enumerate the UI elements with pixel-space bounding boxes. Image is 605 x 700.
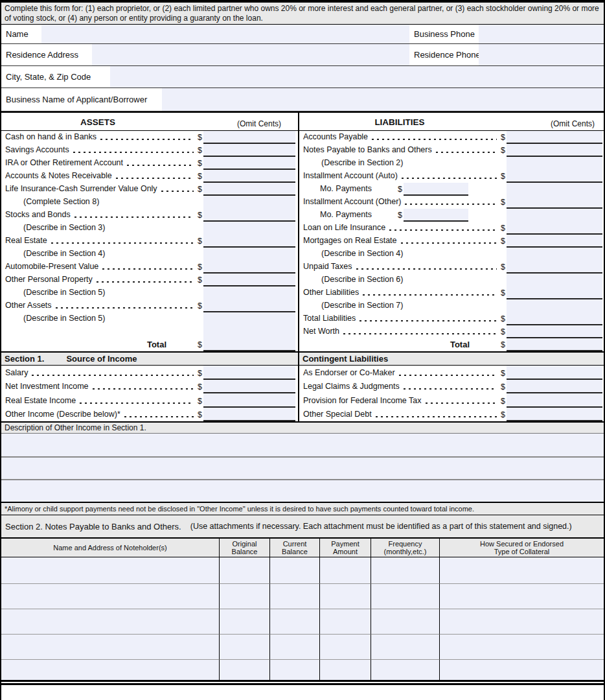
mo-payments-input[interactable] [404, 183, 468, 196]
business-name-row: Business Name of Applicant/Borrower [1, 88, 604, 111]
mortgages-on-real-estate-input[interactable] [507, 235, 602, 248]
residence-phone-input[interactable] [479, 44, 604, 65]
unpaid-taxes-input[interactable] [507, 261, 602, 274]
noteholder-row-5-cell-6[interactable] [440, 660, 604, 680]
noteholder-row-1-cell-4[interactable] [320, 557, 371, 584]
col-header-frequency: Frequency(monthly,etc.) [371, 539, 440, 557]
installment-account-auto-input[interactable] [507, 170, 602, 183]
mo-payments-row: Mo. Payments$ [299, 209, 604, 222]
other-liabilities-label: Other Liabilities [299, 288, 359, 299]
noteholder-row-3-cell-4[interactable] [320, 609, 371, 635]
noteholder-row-3-cell-6[interactable] [440, 609, 604, 635]
dollar-sign: $ [501, 172, 505, 183]
net-worth-input[interactable] [507, 325, 602, 338]
amount-field-continuation[interactable] [203, 286, 295, 299]
noteholder-row-3-cell-2[interactable] [220, 609, 270, 635]
noteholder-row-4-cell-2[interactable] [220, 635, 270, 660]
noteholder-row-5-cell-3[interactable] [270, 660, 320, 680]
total-liabilities-input[interactable] [507, 312, 602, 325]
city-state-zip-row: City, State, & Zip Code [1, 66, 604, 88]
name-input[interactable] [41, 25, 409, 43]
noteholder-row-1-cell-3[interactable] [270, 557, 320, 584]
other-income-line-3[interactable] [1, 479, 604, 502]
noteholder-row-3-cell-3[interactable] [270, 609, 320, 635]
legal-claims-judgments-label: Legal Claims & Judgments [299, 382, 400, 393]
noteholder-row-5-cell-2[interactable] [220, 660, 270, 680]
real-estate-income-input[interactable] [203, 393, 295, 408]
section1-contingent-section: Section 1. Source of Income Salary$Net I… [1, 351, 604, 423]
amount-field-continuation[interactable] [507, 157, 602, 170]
cash-on-hand-in-banks-input[interactable] [203, 131, 295, 144]
real-estate-input[interactable] [203, 235, 295, 248]
noteholder-row-4-cell-3[interactable] [270, 635, 320, 660]
residence-address-label: Residence Address [1, 44, 92, 65]
business-phone-label: Business Phone [409, 25, 479, 43]
amount-field-continuation[interactable] [203, 248, 295, 261]
noteholder-row-2-cell-6[interactable] [440, 584, 604, 609]
other-income-line-1[interactable] [1, 434, 604, 456]
accounts-payable-input[interactable] [507, 131, 602, 144]
legal-claims-judgments-input[interactable] [507, 380, 602, 394]
installment-account-other-input[interactable] [507, 196, 602, 209]
noteholder-row-2-cell-5[interactable] [371, 584, 440, 609]
total-input[interactable] [203, 338, 295, 351]
business-name-input[interactable] [162, 88, 604, 111]
noteholder-row-2-cell-3[interactable] [270, 584, 320, 609]
accounts-notes-receivable-input[interactable] [203, 170, 295, 183]
city-state-zip-input[interactable] [110, 66, 604, 88]
noteholder-row-5-cell-1[interactable] [1, 660, 220, 680]
salary-input[interactable] [203, 366, 295, 380]
noteholder-row-3-cell-5[interactable] [371, 609, 440, 635]
amount-field-continuation[interactable] [507, 183, 602, 196]
noteholder-row-2-cell-1[interactable] [1, 584, 220, 609]
describe-in-section-5-row: (Describe in Section 5) [1, 286, 298, 299]
noteholder-row-5-cell-4[interactable] [320, 660, 371, 680]
other-assets-input[interactable] [203, 299, 295, 312]
savings-accounts-input[interactable] [203, 144, 295, 157]
total-input[interactable] [507, 338, 602, 351]
automobile-present-value-input[interactable] [203, 261, 295, 274]
life-insurance-cash-surrender-value-only-input[interactable] [203, 183, 295, 196]
total-liabilities-label: Total Liabilities [299, 314, 356, 325]
amount-field-continuation[interactable] [203, 325, 295, 338]
other-personal-property-input[interactable] [203, 274, 295, 286]
amount-field-continuation[interactable] [203, 222, 295, 235]
mo-payments-input[interactable] [404, 209, 468, 222]
business-phone-input[interactable] [479, 25, 604, 43]
other-liabilities-input[interactable] [507, 286, 602, 299]
noteholder-row-1-cell-6[interactable] [440, 557, 604, 584]
describe-in-section-5-note: (Describe in Section 5) [1, 288, 105, 299]
noteholder-row-4-cell-5[interactable] [371, 635, 440, 660]
notes-payable-to-banks-and-others-input[interactable] [507, 144, 602, 157]
amount-field-continuation[interactable] [507, 274, 602, 286]
amount-field-continuation[interactable] [507, 209, 602, 222]
noteholder-row-4-cell-4[interactable] [320, 635, 371, 660]
other-special-debt-input[interactable] [507, 408, 602, 422]
noteholder-row-5-cell-5[interactable] [371, 660, 440, 680]
stocks-and-bonds-input[interactable] [203, 209, 295, 222]
amount-field-continuation[interactable] [203, 312, 295, 325]
other-income-describe-below-input[interactable] [203, 408, 295, 422]
other-income-line-2[interactable] [1, 456, 604, 479]
residence-address-input[interactable] [92, 44, 409, 65]
noteholder-row-3-cell-1[interactable] [1, 609, 220, 635]
amount-field-continuation[interactable] [507, 299, 602, 312]
noteholder-row-2-cell-2[interactable] [220, 584, 270, 609]
noteholder-row-1-cell-1[interactable] [1, 557, 220, 584]
noteholder-row-1-cell-2[interactable] [220, 557, 270, 584]
loan-on-life-insurance-input[interactable] [507, 222, 602, 235]
net-investment-income-input[interactable] [203, 380, 295, 394]
provision-for-federal-income-tax-input[interactable] [507, 393, 602, 408]
describe-in-section-4-row: (Describe in Section 4) [299, 248, 604, 261]
noteholder-row-4-cell-6[interactable] [440, 635, 604, 660]
ira-or-other-retirement-account-input[interactable] [203, 157, 295, 170]
dollar-sign: $ [501, 410, 505, 421]
describe-in-section-7-row: (Describe in Section 7) [299, 299, 604, 312]
as-endorser-or-co-maker-input[interactable] [507, 366, 602, 380]
amount-field-continuation[interactable] [507, 248, 602, 261]
noteholder-row-4-cell-1[interactable] [1, 635, 220, 660]
noteholder-row-1-cell-5[interactable] [371, 557, 440, 584]
amount-field-continuation[interactable] [203, 196, 295, 209]
noteholder-row-2-cell-4[interactable] [320, 584, 371, 609]
life-insurance-cash-surrender-value-only-label: Life Insurance-Cash Surrender Value Only [1, 185, 157, 196]
